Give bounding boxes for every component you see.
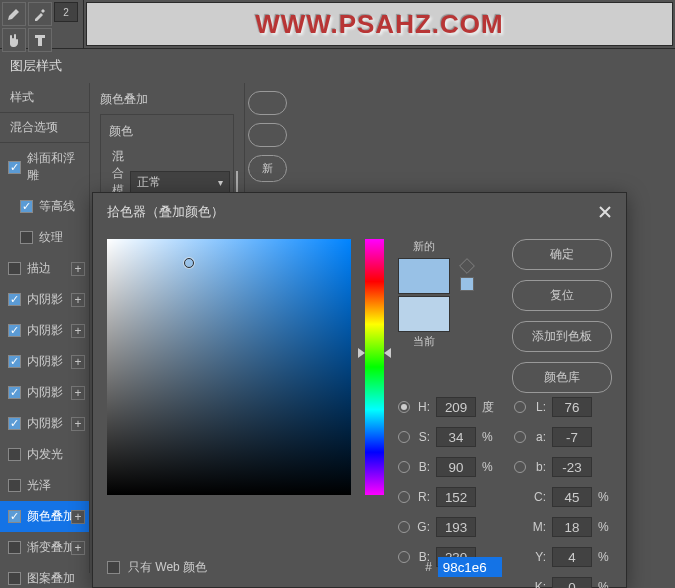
style-label: 描边 xyxy=(27,260,51,277)
overlay-color-swatch[interactable] xyxy=(236,171,238,193)
tool-size[interactable]: 2 xyxy=(54,2,78,22)
current-color-swatch[interactable] xyxy=(398,296,450,332)
ok-button[interactable]: 确定 xyxy=(512,239,612,270)
style-item-0[interactable]: 斜面和浮雕 xyxy=(0,143,89,191)
style-item-3[interactable]: 描边+ xyxy=(0,253,89,284)
a-input[interactable] xyxy=(552,427,592,447)
close-icon[interactable] xyxy=(598,205,612,219)
plus-icon[interactable]: + xyxy=(71,386,85,400)
style-item-5[interactable]: 内阴影+ xyxy=(0,315,89,346)
m-unit: % xyxy=(598,520,612,534)
color-library-button[interactable]: 颜色库 xyxy=(512,362,612,393)
k-label: K: xyxy=(532,580,546,588)
style-item-8[interactable]: 内阴影+ xyxy=(0,408,89,439)
styles-header: 样式 xyxy=(0,83,89,113)
c-input[interactable] xyxy=(552,487,592,507)
color-field-marker[interactable] xyxy=(184,258,194,268)
style-item-13[interactable]: 图案叠加 xyxy=(0,563,89,588)
style-item-7[interactable]: 内阴影+ xyxy=(0,377,89,408)
canvas[interactable]: WWW.PSAHZ.COM xyxy=(86,2,673,46)
new-style-button[interactable]: 新 xyxy=(248,155,287,182)
style-item-10[interactable]: 光泽 xyxy=(0,470,89,501)
style-label: 图案叠加 xyxy=(27,570,75,587)
color-field[interactable] xyxy=(107,239,351,495)
new-color-label: 新的 xyxy=(413,239,435,254)
plus-icon[interactable]: + xyxy=(71,417,85,431)
a-radio[interactable] xyxy=(514,431,526,443)
hue-slider[interactable] xyxy=(365,239,384,495)
text-tool[interactable] xyxy=(28,28,52,52)
style-checkbox[interactable] xyxy=(8,448,21,461)
s-radio[interactable] xyxy=(398,431,410,443)
h-unit: 度 xyxy=(482,399,496,416)
plus-icon[interactable]: + xyxy=(71,324,85,338)
top-pill-1[interactable] xyxy=(248,91,287,115)
blend-mode-select[interactable]: 正常 xyxy=(130,171,230,193)
style-item-2[interactable]: 纹理 xyxy=(0,222,89,253)
style-label: 光泽 xyxy=(27,477,51,494)
eyedropper-tool[interactable] xyxy=(28,2,52,26)
h-radio[interactable] xyxy=(398,401,410,413)
style-label: 斜面和浮雕 xyxy=(27,150,81,184)
web-only-label: 只有 Web 颜色 xyxy=(128,559,207,576)
bv-input[interactable] xyxy=(436,457,476,477)
style-checkbox[interactable] xyxy=(8,386,21,399)
plus-icon[interactable]: + xyxy=(71,262,85,276)
h-label: H: xyxy=(416,400,430,414)
l-radio[interactable] xyxy=(514,401,526,413)
add-swatch-button[interactable]: 添加到色板 xyxy=(512,321,612,352)
pencil-tool[interactable] xyxy=(2,2,26,26)
picker-title: 拾色器（叠加颜色） xyxy=(107,203,224,221)
top-pill-2[interactable] xyxy=(248,123,287,147)
web-only-checkbox[interactable] xyxy=(107,561,120,574)
r-radio[interactable] xyxy=(398,491,410,503)
style-checkbox[interactable] xyxy=(8,572,21,585)
lab-b-radio[interactable] xyxy=(514,461,526,473)
style-checkbox[interactable] xyxy=(8,262,21,275)
new-color-swatch xyxy=(398,258,450,294)
bv-radio[interactable] xyxy=(398,461,410,473)
web-safe-swatch[interactable] xyxy=(460,277,474,291)
style-checkbox[interactable] xyxy=(8,161,21,174)
style-checkbox[interactable] xyxy=(8,355,21,368)
h-input[interactable] xyxy=(436,397,476,417)
r-input[interactable] xyxy=(436,487,476,507)
style-label: 内发光 xyxy=(27,446,63,463)
l-input[interactable] xyxy=(552,397,592,417)
plus-icon[interactable]: + xyxy=(71,355,85,369)
g-input[interactable] xyxy=(436,517,476,537)
style-label: 内阴影 xyxy=(27,384,63,401)
style-item-11[interactable]: 颜色叠加+ xyxy=(0,501,89,532)
style-checkbox[interactable] xyxy=(20,200,33,213)
style-item-1[interactable]: 等高线 xyxy=(0,191,89,222)
style-checkbox[interactable] xyxy=(8,324,21,337)
style-item-12[interactable]: 渐变叠加+ xyxy=(0,532,89,563)
plus-icon[interactable]: + xyxy=(71,293,85,307)
style-checkbox[interactable] xyxy=(8,510,21,523)
style-checkbox[interactable] xyxy=(8,479,21,492)
g-radio[interactable] xyxy=(398,521,410,533)
plus-icon[interactable]: + xyxy=(71,541,85,555)
hand-tool[interactable] xyxy=(2,28,26,52)
plus-icon[interactable]: + xyxy=(71,510,85,524)
reset-button[interactable]: 复位 xyxy=(512,280,612,311)
style-item-9[interactable]: 内发光 xyxy=(0,439,89,470)
sub-label: 颜色 xyxy=(109,123,225,140)
style-checkbox[interactable] xyxy=(8,541,21,554)
style-checkbox[interactable] xyxy=(20,231,33,244)
style-item-4[interactable]: 内阴影+ xyxy=(0,284,89,315)
s-input[interactable] xyxy=(436,427,476,447)
hex-input[interactable] xyxy=(438,557,502,577)
k-unit: % xyxy=(598,580,612,588)
current-color-label: 当前 xyxy=(413,334,435,349)
lab-b-input[interactable] xyxy=(552,457,592,477)
lab-b-label: b: xyxy=(532,460,546,474)
style-label: 渐变叠加 xyxy=(27,539,75,556)
blend-options[interactable]: 混合选项 xyxy=(0,113,89,143)
style-checkbox[interactable] xyxy=(8,293,21,306)
m-input[interactable] xyxy=(552,517,592,537)
k-input[interactable] xyxy=(552,577,592,588)
style-checkbox[interactable] xyxy=(8,417,21,430)
cube-icon[interactable] xyxy=(459,258,475,274)
style-item-6[interactable]: 内阴影+ xyxy=(0,346,89,377)
